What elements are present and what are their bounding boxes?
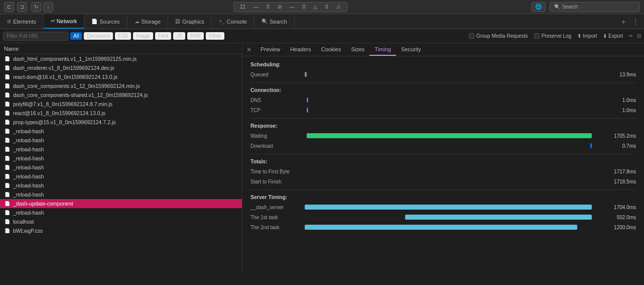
s2f-bar-area — [305, 178, 592, 184]
filter-icon[interactable]: ⊟ — [637, 33, 641, 39]
scheduling-title: Scheduling: — [242, 60, 644, 68]
panel-tab-headers[interactable]: Headers — [285, 43, 316, 56]
scheduling-section: Scheduling: Queued 13.9ms — [242, 60, 644, 79]
panel-tab-security[interactable]: Security — [396, 43, 426, 56]
filter-xhr-button[interactable]: XHR — [187, 32, 204, 40]
file-item[interactable]: 📄_reload-hash — [0, 172, 242, 181]
filter-js-button[interactable]: JS — [173, 32, 185, 40]
search-tab-icon: 🔍 — [262, 19, 268, 24]
totals-title: Totals: — [242, 157, 644, 165]
server2-value: 502.0ms — [596, 215, 636, 220]
file-item[interactable]: 📄dash_renderer.v1_8_0m1599692124.dev.js — [0, 63, 242, 72]
panel-close-button[interactable]: ✕ — [244, 45, 253, 54]
waiting-bar-area — [305, 133, 592, 139]
right-panel: ✕ Preview Headers Cookies Sizes Timing S… — [242, 43, 644, 271]
server1-bar — [305, 205, 592, 210]
queued-row: Queued 13.9ms — [242, 69, 644, 79]
file-name-label: _reload-hash — [13, 182, 238, 188]
file-item[interactable]: 📄bWLwgP.css — [0, 226, 242, 235]
server3-row: The 2nd task 1200.0ms — [242, 222, 644, 232]
tab-network-label: Network — [57, 18, 77, 24]
filter-other-button[interactable]: Other — [206, 32, 224, 40]
file-name-label: dash_core_components-shared.v1_12_0m1599… — [13, 92, 238, 98]
layout-toggle[interactable]: ⊐ — [17, 2, 27, 12]
file-icon: 📄 — [4, 210, 10, 216]
edit-icon[interactable]: ✏ — [629, 33, 633, 39]
file-icon: 📄 — [4, 219, 10, 225]
file-item[interactable]: 📄_reload-hash — [0, 127, 242, 136]
file-item[interactable]: 📄_dash-update-component — [0, 199, 242, 208]
preserve-log-area: Preserve Log ⬆ Import ⬇ Export ✏ ⊟ — [534, 33, 641, 39]
file-icon: 📄 — [4, 155, 10, 161]
tab-network[interactable]: ⇄ Network — [44, 14, 84, 29]
file-item[interactable]: 📄_reload-hash — [0, 208, 242, 217]
download-button[interactable]: ↓ — [43, 2, 53, 12]
search-icon: 🔍 — [554, 4, 560, 10]
response-section: Response: Waiting 1705.2ms Download 0.7m… — [242, 122, 644, 151]
file-icon: 📄 — [4, 182, 10, 188]
filter-document-button[interactable]: Document — [84, 32, 113, 40]
tab-elements[interactable]: ⊞ Elements — [0, 14, 44, 29]
sidebar-toggle[interactable]: ⊏ — [4, 2, 14, 12]
file-icon: 📄 — [4, 201, 10, 207]
response-title: Response: — [242, 122, 644, 130]
dns-bar-area — [305, 97, 592, 103]
file-item[interactable]: 📄polyfill@7.v1_8_0m1599692124.8.7.min.js — [0, 100, 242, 109]
preserve-log-checkbox[interactable] — [534, 33, 540, 39]
file-item[interactable]: 📄react@16.v1_8_0m1599692124.13.0.js — [0, 109, 242, 118]
group-media-checkbox[interactable] — [469, 33, 474, 39]
file-name-label: bWLwgP.css — [13, 228, 238, 234]
download-label: Download — [250, 143, 301, 149]
file-item[interactable]: 📄localhost — [0, 217, 242, 226]
file-icon: 📄 — [4, 146, 10, 152]
file-name-label: _reload-hash — [13, 210, 238, 216]
globe-button[interactable]: 🌐 — [532, 2, 546, 12]
tab-console[interactable]: >_ Console — [212, 14, 254, 29]
tab-sources-label: Sources — [99, 19, 119, 25]
file-item[interactable]: 📄_reload-hash — [0, 190, 242, 199]
filter-all-button[interactable]: All — [70, 32, 82, 40]
dns-label: DNS — [250, 98, 301, 103]
file-item[interactable]: 📄_reload-hash — [0, 154, 242, 163]
file-item[interactable]: 📄_reload-hash — [0, 136, 242, 145]
file-name-label: _reload-hash — [13, 173, 238, 179]
import-button[interactable]: ⬆ Import — [577, 33, 597, 39]
file-item[interactable]: 📄_reload-hash — [0, 145, 242, 154]
queued-label: Queued — [250, 72, 301, 77]
refresh-button[interactable]: ↻ — [31, 2, 41, 12]
chrome-search-bar[interactable]: 🔍 Search — [550, 2, 640, 12]
file-item[interactable]: 📄_reload-hash — [0, 163, 242, 172]
export-button[interactable]: ⬇ Export — [603, 33, 623, 39]
panel-tab-preview[interactable]: Preview — [255, 43, 285, 56]
tab-search[interactable]: 🔍 Search — [254, 14, 295, 29]
server1-bar-area — [305, 204, 592, 210]
panel-tab-sizes[interactable]: Sizes — [346, 43, 369, 56]
file-item[interactable]: 📄dash_html_components.v1_1_1m1599692125.… — [0, 54, 242, 63]
filter-image-button[interactable]: Image — [133, 32, 153, 40]
separator2: ⊘ — [278, 4, 282, 10]
tab-storage[interactable]: ☁ Storage — [127, 14, 169, 29]
preserve-log-label: Preserve Log — [542, 33, 571, 39]
ttfb-row: Time to First Byte 1717.8ms — [242, 166, 644, 176]
add-tab-button[interactable]: + — [618, 16, 629, 27]
file-item[interactable]: 📄prop-types@15.v1_8_0m1599692124.7.2.js — [0, 118, 242, 127]
file-item[interactable]: 📄_reload-hash — [0, 181, 242, 190]
file-item[interactable]: 📄dash_core_components.v1_12_0m1599692124… — [0, 81, 242, 90]
queued-bar-area — [305, 71, 592, 77]
file-item[interactable]: 📄react-dom@16.v1_8_0m1599692124.13.0.js — [0, 72, 242, 81]
tab-sources[interactable]: 📄 Sources — [84, 14, 127, 29]
panel-tab-timing[interactable]: Timing — [369, 43, 396, 56]
file-item[interactable]: 📄dash_core_components-shared.v1_12_0m159… — [0, 90, 242, 100]
more-tabs-button[interactable]: ⋮ — [630, 16, 641, 27]
file-icon: 📄 — [4, 192, 10, 198]
main-content: Name 📄dash_html_components.v1_1_1m159969… — [0, 43, 644, 271]
server1-value: 1704.0ms — [596, 205, 636, 210]
panel-tab-cookies[interactable]: Cookies — [316, 43, 346, 56]
filter-font-button[interactable]: Font — [155, 32, 171, 40]
name-header-label: Name — [4, 46, 19, 52]
filter-url-input[interactable] — [3, 32, 68, 41]
storage-icon: ☁ — [135, 19, 140, 24]
tab-graphics[interactable]: 🖼 Graphics — [168, 14, 212, 29]
filter-css-button[interactable]: CSS — [115, 32, 132, 40]
server1-label: __dash_server — [250, 205, 301, 210]
